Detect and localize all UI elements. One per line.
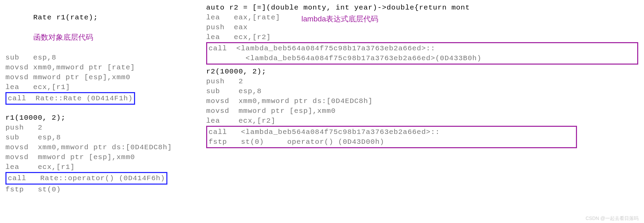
watermark: CSDN @一起去看日落吗	[585, 216, 639, 222]
asm-line: push 2	[206, 76, 642, 86]
asm-call: call <lambda_beb564a084f75c98b17a3763eb2…	[209, 127, 575, 137]
left-block1-header: Rate r1(rate); 函数对象底层代码	[5, 3, 206, 53]
asm-line: movsd mmword ptr [esp],xmm0	[5, 152, 206, 162]
asm-line: movsd xmm0,mmword ptr ds:[0D4EDC8h]	[206, 96, 642, 106]
asm-call: call Rate::Rate (0D414F1h)	[8, 93, 133, 103]
asm-line: movsd mmword ptr [esp],xmm0	[5, 72, 206, 82]
right-block1-asm-wrap: lea eax,[rate] push eax lea ecx,[r2] lam…	[206, 13, 642, 42]
asm-line: fstp st(0)	[5, 185, 206, 194]
asm-line: lea ecx,[r2]	[206, 32, 642, 42]
page-root: Rate r1(rate); 函数对象底层代码 sub esp,8 movsd …	[0, 0, 644, 223]
right-block1-src: auto r2 = [=](double monty, int year)->d…	[206, 3, 642, 13]
asm-line: movsd xmm0,mmword ptr ds:[0D4EDC8h]	[5, 142, 206, 152]
asm-line: lea ecx,[r2]	[206, 116, 642, 126]
asm-line: sub esp,8	[206, 86, 642, 96]
asm-line: push 2	[5, 123, 206, 133]
right-block2-src: r2(10000, 2);	[206, 67, 642, 76]
left-column: Rate r1(rate); 函数对象底层代码 sub esp,8 movsd …	[5, 3, 206, 223]
left-block2-src: r1(10000, 2);	[5, 113, 206, 123]
left-annot: 函数对象底层代码	[33, 33, 93, 41]
left-block1-src: Rate r1(rate);	[33, 14, 98, 21]
asm-line: lea ecx,[r1]	[5, 82, 206, 92]
asm-line: sub esp,8	[5, 53, 206, 63]
left-block2-call-box: call Rate::operator() (0D414F6h)	[5, 172, 167, 185]
asm-line: push eax	[206, 22, 642, 32]
asm-line: lea ecx,[r1]	[5, 162, 206, 172]
asm-line: sub esp,8	[5, 133, 206, 142]
right-annot: lambda表达式底层代码	[301, 14, 378, 24]
right-block1-call-box: call <lambda_beb564a084f75c98b17a3763eb2…	[206, 42, 638, 65]
asm-call: fstp st(0) operator() (0D43D00h)	[209, 137, 575, 147]
right-column: auto r2 = [=](double monty, int year)->d…	[206, 3, 642, 223]
asm-line: movsd xmm0,mmword ptr [rate]	[5, 63, 206, 72]
right-block2-call-box: call <lambda_beb564a084f75c98b17a3763eb2…	[206, 126, 577, 148]
left-block1-call-box: call Rate::Rate (0D414F1h)	[5, 92, 135, 105]
asm-line: movsd mmword ptr [esp],xmm0	[206, 106, 642, 116]
spacer	[5, 105, 206, 113]
asm-call: call Rate::operator() (0D414F6h)	[8, 173, 165, 183]
asm-call: call <lambda_beb564a084f75c98b17a3763eb2…	[209, 44, 636, 53]
asm-line: lea eax,[rate]	[206, 13, 642, 22]
asm-call: <lambda_beb564a084f75c98b17a3763eb2a66ed…	[209, 53, 636, 63]
